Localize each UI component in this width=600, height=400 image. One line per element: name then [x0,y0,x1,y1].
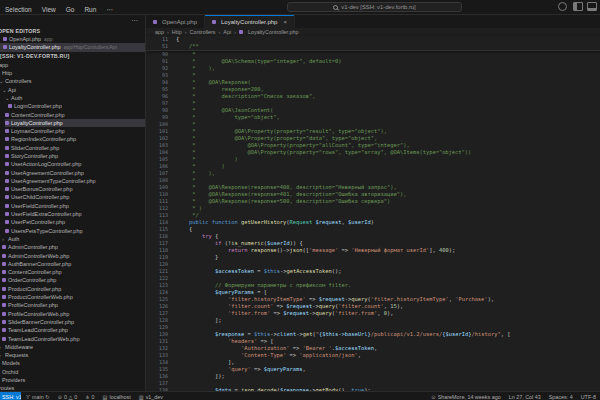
breadcrumb-item[interactable]: Controllers [189,29,215,35]
tree-item-ordercontroller[interactable]: OrderController.php [2,276,145,284]
code-line: 131 'headers' => [ [146,338,600,345]
tree-item-useragreementcontroller[interactable]: UserAgreementController.php [5,168,145,176]
tree-item-controllers[interactable]: ⌄Controllers [0,77,145,85]
php-file-icon [2,320,6,324]
tree-item-models[interactable]: ›Models [0,359,145,367]
line-number: 133 [146,352,176,359]
code-line: 98 * @OA\JsonContent( [146,107,600,114]
tree-item-auth[interactable]: ⌄Auth [5,94,145,102]
tree-item-contentcontroller[interactable]: ContentController.php [5,110,145,118]
tree-item-middleware[interactable]: ›Middleware [0,343,145,351]
tree-item-productcontrollerweb[interactable]: ProductControllerWeb.php [2,293,145,301]
status-cursor-position[interactable]: Ln 27, Col 43 [509,394,541,400]
menu-go[interactable]: Go [61,6,80,13]
tab-openapi[interactable]: OpenApi.php [146,15,205,28]
line-number: 103 [146,142,176,149]
tree-item-userchildcontroller[interactable]: UserChildController.php [5,193,145,201]
line-number: 120 [146,261,176,268]
tree-item-useractionlogcontroller[interactable]: UserActionLogController.php [5,160,145,168]
remote-indicator[interactable]: SSH: v1-dev.fortb.ru [0,392,21,400]
breadcrumb-item[interactable]: LoyaltyController.php [248,29,299,35]
status-db-database[interactable]: ▥v1_dev [139,394,163,400]
tree-item-loyaltycontroller[interactable]: LoyaltyController.php [5,119,145,127]
tab-loyaltycontroller[interactable]: LoyaltyController.php× [205,15,295,28]
workspace-section-header[interactable]: ⌄ [SSH: V1-DEV.FORTB.RU] [0,52,145,61]
tree-item-profilecontrollerweb[interactable]: ProfileControllerWeb.php [2,310,145,318]
tree-item-contentcontroller[interactable]: ContentController.php [2,268,145,276]
menu-selection[interactable]: Selection [0,6,37,13]
code-line: 135 'query' => $queryParams, [146,366,600,373]
line-number: 137 [146,380,176,387]
tree-item-userpetcontroller[interactable]: UserPetController.php [5,218,145,226]
tree-item-auth[interactable]: ›Auth [2,235,145,243]
tree-item-api[interactable]: ⌄Api [2,85,145,93]
line-number: 121 [146,268,176,275]
line-number: 92 [146,65,176,72]
code-line: 97 * [146,100,600,107]
tree-item-label: SliderController.php [11,145,59,151]
status-db-server[interactable]: ▤localhost [103,394,131,400]
breadcrumb-item[interactable]: app [155,29,164,35]
tree-item-storycontroller[interactable]: StoryController.php [5,152,145,160]
php-file-icon [5,154,9,158]
tree-item-requests[interactable]: ›Requests [0,351,145,359]
code-editor[interactable]: 90 *91 * @OA\Schema(type="integer", defa… [146,51,600,391]
tree-item-orchid[interactable]: ›Orchid [0,368,145,376]
line-number: 51 [146,43,176,50]
status-gitlens-blame[interactable]: ⊙ShareMore, 14 weeks ago [431,394,500,400]
tree-item-providers[interactable]: ›Providers [0,376,145,384]
tree-item-authbannercontroller[interactable]: AuthBannerController.php [2,260,145,268]
tree-item-slidercontroller[interactable]: SliderController.php [5,144,145,152]
menu-more[interactable]: ⋯ [101,6,118,13]
breadcrumb-item[interactable]: Http [172,29,182,35]
tree-item-teamleadcontroller[interactable]: TeamLeadController.php [2,326,145,334]
tree-item-label: UsersPetsTypeController.php [11,228,83,234]
status-todo-count[interactable]: ⋔0 [85,394,94,400]
breadcrumb-item[interactable]: Api [223,29,231,35]
code-line: 123 // Формируем параметры с префиксом f… [146,282,600,289]
status-encoding[interactable]: UTF-8 [581,394,596,400]
tree-item-userbonuscontroller[interactable]: UserBonusController.php [5,185,145,193]
line-number: 101 [146,128,176,135]
account-icon[interactable] [558,2,567,11]
status-problems[interactable]: ⊘0 △ 0 [58,394,78,400]
tree-item-label: UserChildController.php [11,194,69,200]
status-indentation[interactable]: Spaces: 4 [549,394,573,400]
open-editor-item[interactable]: OpenApi.phpapp [0,35,145,43]
close-icon[interactable]: × [283,19,287,25]
code-line: 126 'filter.count' => $request->query('f… [146,303,600,310]
tab-label: OpenApi.php [162,19,197,25]
code-line: 125 'filter.historyItemType' => $request… [146,296,600,303]
layout-panel-icon[interactable] [587,2,597,11]
tree-item-admincontroller[interactable]: AdminController.php [2,243,145,251]
tree-item-teamleadcontrollerweb[interactable]: TeamLeadControllerWeb.php [2,334,145,342]
todo-count-icon: ⋔ [85,394,89,400]
tree-item-profilecontroller[interactable]: ProfileController.php [2,301,145,309]
tree-item-userspetstypecontroller[interactable]: UsersPetsTypeController.php [5,227,145,235]
tree-item-app[interactable]: ⌄app [0,61,145,69]
layout-sidebar-icon[interactable] [573,2,583,11]
tree-item-userfieldcontroller[interactable]: UserFieldController.php [5,202,145,210]
tree-item-userfieldextracontroller[interactable]: UserFieldExtraController.php [5,210,145,218]
open-editor-item[interactable]: LoyaltyController.phpapp/Http/Controller… [0,43,145,51]
tree-item-productcontroller[interactable]: ProductController.php [2,285,145,293]
line-number: 90 [146,51,176,58]
open-editors-header[interactable]: ⌄ OPEN EDITORS [0,26,145,35]
tree-item-logincontroller[interactable]: LoginController.php [8,102,145,110]
tree-item-http[interactable]: ⌄Http [0,69,145,77]
tree-item-routes[interactable]: ›routes [0,384,145,391]
menu-run[interactable]: Run [79,6,101,13]
explorer-actions-button[interactable]: ⋯ [131,17,138,25]
command-center[interactable]: v1-dev [SSH: v1-dev.fortb.ru] [287,2,462,12]
tree-item-regionindexcontroller[interactable]: RegionIndexController.php [5,135,145,143]
tree-item-sliderbannercontroller[interactable]: SliderBannerController.php [2,318,145,326]
line-number: 11 [146,36,176,43]
tree-item-useragreementtypecontroller[interactable]: UserAgreementTypeController.php [5,177,145,185]
db-server-icon: ▤ [103,394,108,400]
tree-item-admincontrollerweb[interactable]: AdminControllerWeb.php [2,251,145,259]
tree-item-label: LoginController.php [14,103,62,109]
status-git-branch[interactable]: ϒmain ↻ [26,394,50,400]
menu-view[interactable]: View [37,6,61,13]
tree-item-loymaxcontroller[interactable]: LoymaxController.php [5,127,145,135]
tree-item-label: TeamLeadControllerWeb.php [8,336,79,342]
